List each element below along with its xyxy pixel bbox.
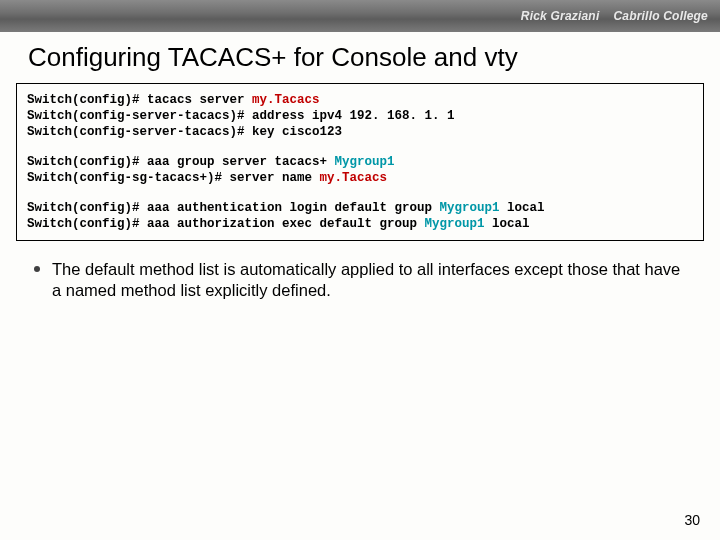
code-line: Switch(config)# tacacs server my.Tacacs — [27, 92, 693, 108]
code-line: Switch(config)# aaa authentication login… — [27, 200, 693, 216]
code-line: Switch(config-server-tacacs)# key cisco1… — [27, 124, 693, 140]
college-name: Cabrillo College — [613, 9, 708, 23]
bullet-item: The default method list is automatically… — [34, 259, 692, 301]
header-bar: Rick Graziani Cabrillo College — [0, 0, 720, 32]
keyword-server-name: my.Tacacs — [252, 93, 320, 107]
author-name: Rick Graziani — [521, 9, 600, 23]
keyword-server-name: my.Tacacs — [320, 171, 388, 185]
code-line: Switch(config)# aaa authorization exec d… — [27, 216, 693, 232]
keyword-group-name: Mygroup1 — [440, 201, 500, 215]
code-line: Switch(config-sg-tacacs+)# server name m… — [27, 170, 693, 186]
code-line: Switch(config)# aaa group server tacacs+… — [27, 154, 693, 170]
bullet-list: The default method list is automatically… — [0, 241, 720, 301]
bullet-text: The default method list is automatically… — [52, 259, 692, 301]
slide-title: Configuring TACACS+ for Console and vty — [0, 32, 720, 83]
bullet-icon — [34, 266, 40, 272]
code-line: Switch(config-server-tacacs)# address ip… — [27, 108, 693, 124]
config-code-box: Switch(config)# tacacs server my.Tacacs … — [16, 83, 704, 241]
page-number: 30 — [684, 512, 700, 528]
keyword-group-name: Mygroup1 — [425, 217, 485, 231]
keyword-group-name: Mygroup1 — [335, 155, 395, 169]
